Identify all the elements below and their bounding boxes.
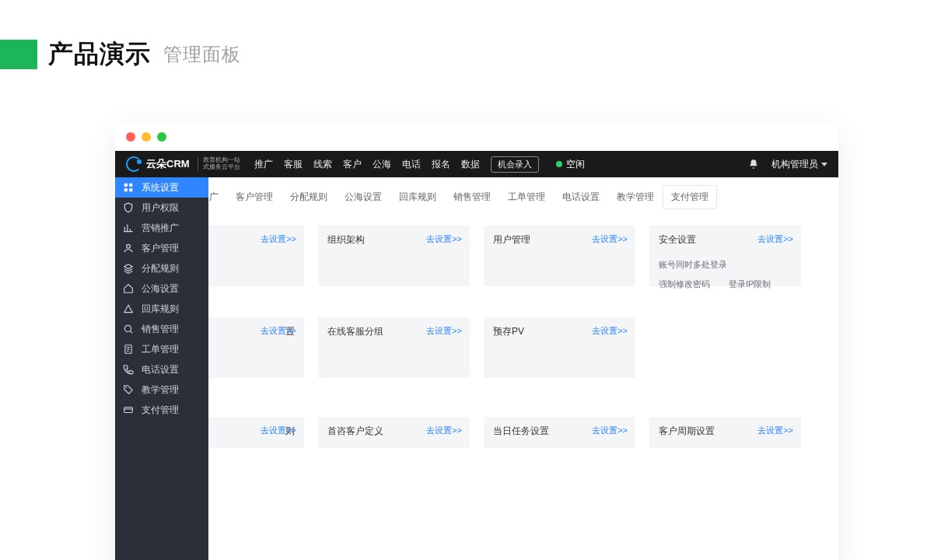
sidebar-item[interactable]: 营销推广 [115,218,208,238]
sidebar-item-label: 教学管理 [142,383,179,397]
nav-item[interactable]: 报名 [432,158,450,171]
go-settings-link[interactable]: 去设置>> [757,425,793,436]
sidebar-item[interactable]: 用户权限 [115,198,208,218]
svg-rect-1 [129,184,132,187]
main-content: 广 客户管理 分配规则 公海设置 回库规则 销售管理 工单管理 电话设置 教学管… [208,177,838,560]
sidebar-item[interactable]: 教学管理 [115,380,208,400]
card-icon [123,404,134,415]
tab-item[interactable]: 电话设置 [554,185,608,209]
status-indicator[interactable]: 空闲 [556,158,585,171]
bell-icon[interactable] [748,159,759,170]
settings-card[interactable]: 则 去设置>> [208,417,304,448]
go-settings-link[interactable]: 去设置>> [426,325,462,337]
phone-icon [123,364,134,375]
status-dot-icon [556,161,562,167]
settings-card-org[interactable]: 组织架构 去设置>> [318,226,470,286]
nav-item[interactable]: 线索 [313,158,332,171]
chevron-down-icon [821,163,827,166]
settings-card[interactable]: 去设置>> [208,226,304,286]
settings-card-service-group[interactable]: 在线客服分组 去设置>> [318,317,470,378]
tab-item[interactable]: 分配规则 [282,185,336,209]
svg-rect-8 [124,408,133,413]
settings-card-customer-cycle[interactable]: 客户周期设置 去设置>> [649,417,801,448]
tab-item[interactable]: 客户管理 [227,185,282,209]
svg-point-4 [127,244,131,248]
window-traffic-lights [115,123,838,151]
sidebar-item[interactable]: 工单管理 [115,339,208,359]
sidebar-item[interactable]: 回库规则 [115,299,208,319]
svg-rect-2 [124,188,128,191]
go-settings-link[interactable]: 去设置>> [261,233,296,245]
nav-item[interactable]: 客服 [284,158,303,171]
sidebar-item-label: 分配规则 [142,262,179,275]
settings-tabs: 广 客户管理 分配规则 公海设置 回库规则 销售管理 工单管理 电话设置 教学管… [208,177,838,210]
nav-item[interactable]: 客户 [343,158,362,171]
go-settings-link[interactable]: 去设置>> [592,233,628,245]
tab-item[interactable]: 销售管理 [445,185,499,209]
go-settings-link[interactable]: 去设置>> [261,425,296,436]
sidebar-item-label: 支付管理 [142,404,179,417]
tab-item[interactable]: 公海设置 [336,185,390,209]
sidebar-item[interactable]: 客户管理 [115,238,208,258]
nav-item[interactable]: 公海 [373,158,391,171]
settings-card-first-consult[interactable]: 首咨客户定义 去设置>> [318,417,470,448]
tab-item[interactable]: 教学管理 [608,185,663,209]
tab-item[interactable]: 广 [208,185,227,209]
nav-item[interactable]: 电话 [402,158,421,171]
go-settings-link[interactable]: 去设置>> [261,325,296,337]
go-settings-link[interactable]: 去设置>> [592,425,628,436]
settings-card-pv[interactable]: 预存PV 去设置>> [484,317,635,378]
go-settings-link[interactable]: 去设置>> [426,233,462,245]
sidebar-item[interactable]: 支付管理 [115,400,208,420]
record-opportunity-button[interactable]: 机会录入 [491,156,539,173]
tab-item[interactable]: 支付管理 [663,185,717,209]
tab-item[interactable]: 回库规则 [390,185,445,209]
top-nav-items: 推广 客服 线索 客户 公海 电话 报名 数据 机会录入 [254,156,539,173]
card-subtext: 登录IP限制 [729,278,771,290]
sidebar: 系统设置用户权限营销推广客户管理分配规则公海设置回库规则销售管理工单管理电话设置… [115,177,208,560]
brand-logo[interactable]: 云朵CRM 教育机构一站 式服务云平台 [126,156,240,172]
slide-header: 产品演示 管理面板 [0,37,241,72]
go-settings-link[interactable]: 去设置>> [592,325,628,337]
app-window: 云朵CRM 教育机构一站 式服务云平台 推广 客服 线索 客户 公海 电话 报名… [115,123,838,560]
settings-card-security[interactable]: 安全设置 去设置>> 账号同时多处登录 强制修改密码 登录IP限制 [649,226,801,286]
nav-item[interactable]: 数据 [461,158,480,171]
slide-subtitle: 管理面板 [163,42,241,67]
sidebar-item[interactable]: 系统设置 [115,177,208,198]
sidebar-item-label: 营销推广 [142,222,179,235]
sidebar-item[interactable]: 公海设置 [115,278,208,299]
minimize-icon[interactable] [142,132,151,142]
settings-card-user[interactable]: 用户管理 去设置>> [484,226,635,286]
sidebar-item[interactable]: 分配规则 [115,258,208,278]
brand-tagline: 教育机构一站 式服务云平台 [198,157,240,171]
sidebar-item[interactable]: 销售管理 [115,319,208,339]
sidebar-item[interactable]: 电话设置 [115,359,208,380]
sidebar-item-label: 电话设置 [142,363,179,376]
settings-card-daily-task[interactable]: 当日任务设置 去设置>> [484,417,635,448]
status-label: 空闲 [566,158,585,171]
tag-icon [123,384,134,395]
layers-icon [123,263,134,274]
svg-point-7 [125,387,127,388]
sidebar-item-label: 客户管理 [142,242,179,255]
close-icon[interactable] [126,132,135,142]
maximize-icon[interactable] [157,132,166,142]
go-settings-link[interactable]: 去设置>> [757,233,793,245]
search-icon [123,324,134,334]
top-navbar: 云朵CRM 教育机构一站 式服务云平台 推广 客服 线索 客户 公海 电话 报名… [115,151,838,177]
grid-icon [123,182,134,193]
sidebar-item-label: 回库规则 [142,303,179,316]
sidebar-item-label: 销售管理 [142,323,179,336]
nav-item[interactable]: 推广 [254,158,273,171]
svg-rect-3 [129,188,132,191]
svg-point-5 [124,325,131,331]
user-role-dropdown[interactable]: 机构管理员 [771,158,827,171]
shield-icon [123,202,134,213]
card-subtext: 账号同时多处登录 [659,259,792,271]
chart-icon [123,222,134,233]
user-icon [123,243,134,254]
sidebar-item-label: 公海设置 [142,282,179,296]
tab-item[interactable]: 工单管理 [499,185,554,209]
go-settings-link[interactable]: 去设置>> [426,425,462,436]
settings-card[interactable]: 置 去设置>> [208,317,304,378]
